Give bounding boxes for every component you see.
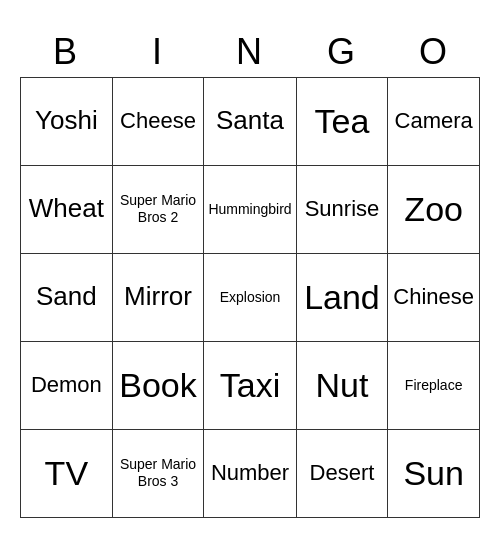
bingo-cell: Chinese — [388, 254, 480, 342]
bingo-cell: Sun — [388, 430, 480, 518]
bingo-cell: Wheat — [21, 166, 113, 254]
header-letter: I — [112, 27, 204, 77]
bingo-cell: Super Mario Bros 2 — [113, 166, 205, 254]
bingo-cell: Cheese — [113, 78, 205, 166]
bingo-cell: Taxi — [204, 342, 296, 430]
bingo-grid: YoshiCheeseSantaTeaCameraWheatSuper Mari… — [20, 77, 480, 518]
bingo-cell: Explosion — [204, 254, 296, 342]
bingo-cell: Tea — [297, 78, 389, 166]
bingo-cell: Desert — [297, 430, 389, 518]
bingo-cell: Super Mario Bros 3 — [113, 430, 205, 518]
bingo-cell: Nut — [297, 342, 389, 430]
header-letter: O — [388, 27, 480, 77]
bingo-cell: TV — [21, 430, 113, 518]
bingo-cell: Mirror — [113, 254, 205, 342]
bingo-cell: Sunrise — [297, 166, 389, 254]
bingo-cell: Hummingbird — [204, 166, 296, 254]
bingo-cell: Book — [113, 342, 205, 430]
bingo-cell: Zoo — [388, 166, 480, 254]
bingo-cell: Number — [204, 430, 296, 518]
header-letter: B — [20, 27, 112, 77]
bingo-cell: Fireplace — [388, 342, 480, 430]
bingo-header: BINGO — [20, 27, 480, 77]
bingo-cell: Sand — [21, 254, 113, 342]
bingo-cell: Camera — [388, 78, 480, 166]
bingo-cell: Santa — [204, 78, 296, 166]
header-letter: N — [204, 27, 296, 77]
bingo-cell: Land — [297, 254, 389, 342]
header-letter: G — [296, 27, 388, 77]
bingo-cell: Yoshi — [21, 78, 113, 166]
bingo-card: BINGO YoshiCheeseSantaTeaCameraWheatSupe… — [20, 27, 480, 518]
bingo-cell: Demon — [21, 342, 113, 430]
